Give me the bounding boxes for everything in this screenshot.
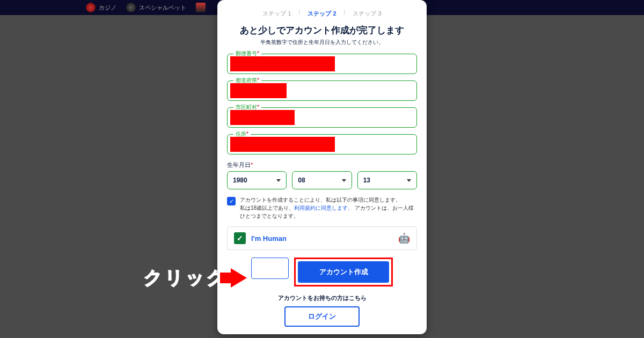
button-row: アカウント作成 bbox=[227, 258, 417, 286]
captcha-widget[interactable]: ✓ I'm Human 🤖 bbox=[227, 226, 417, 250]
redaction-block bbox=[230, 137, 335, 152]
terms-link[interactable]: 利用規約に同意します。 bbox=[294, 205, 353, 211]
consent-block: ✓ アカウントを作成することにより、私は以下の事項に同意します。 私は18歳以上… bbox=[227, 196, 417, 220]
step-1[interactable]: ステップ 1 bbox=[258, 9, 295, 19]
nav-label: カジノ bbox=[99, 4, 116, 12]
redaction-block bbox=[230, 110, 295, 125]
dob-month-value: 08 bbox=[298, 177, 305, 184]
step-3[interactable]: ステップ 3 bbox=[348, 9, 385, 19]
casino-icon bbox=[86, 3, 96, 12]
login-button[interactable]: ログイン bbox=[284, 306, 360, 327]
chevron-down-icon bbox=[407, 179, 411, 182]
signup-modal: ステップ 1 | ステップ 2 | ステップ 3 あと少しでアカウント作成が完了… bbox=[217, 0, 427, 334]
chevron-down-icon bbox=[342, 179, 346, 182]
already-have-account: アカウントをお持ちの方はこちら bbox=[227, 294, 417, 302]
nav-label: スペシャルベット bbox=[139, 4, 186, 12]
city-field-wrap: 市区町村* bbox=[227, 107, 417, 128]
callout-text: クリック bbox=[144, 266, 228, 290]
address-field-wrap: 住所* bbox=[227, 134, 417, 155]
postal-field-wrap: 郵便番号* bbox=[227, 54, 417, 74]
nav-item-third[interactable] bbox=[196, 3, 206, 12]
arrow-right-icon bbox=[231, 268, 247, 288]
special-icon bbox=[126, 3, 136, 12]
third-icon bbox=[196, 3, 206, 12]
dob-label: 生年月日* bbox=[227, 161, 417, 169]
redaction-block bbox=[230, 83, 287, 98]
step-indicator: ステップ 1 | ステップ 2 | ステップ 3 bbox=[227, 9, 417, 19]
step-2[interactable]: ステップ 2 bbox=[303, 9, 340, 19]
highlight-annotation: アカウント作成 bbox=[294, 258, 393, 286]
captcha-text: I'm Human bbox=[251, 234, 287, 243]
dob-day-select[interactable]: 13 bbox=[357, 171, 417, 189]
click-callout: クリック bbox=[144, 266, 247, 290]
captcha-art-icon: 🤖 bbox=[398, 232, 410, 244]
page-subtitle: 半角英数字で住所と生年月日を入力してください。 bbox=[227, 39, 417, 46]
step-separator: | bbox=[299, 9, 301, 19]
dob-day-value: 13 bbox=[363, 177, 370, 184]
consent-checkbox[interactable]: ✓ bbox=[227, 197, 236, 205]
step-separator: | bbox=[344, 9, 346, 19]
prefecture-field-wrap: 都道府県* bbox=[227, 80, 417, 101]
redaction-block bbox=[230, 56, 335, 71]
dob-year-select[interactable]: 1980 bbox=[227, 171, 287, 189]
nav-item-casino[interactable]: カジノ bbox=[86, 3, 116, 12]
nav-item-special[interactable]: スペシャルベット bbox=[126, 3, 186, 12]
page-title: あと少しでアカウント作成が完了します bbox=[227, 24, 417, 36]
dob-year-value: 1980 bbox=[233, 177, 247, 184]
captcha-check-icon: ✓ bbox=[234, 232, 246, 244]
dob-row: 1980 08 13 bbox=[227, 171, 417, 189]
chevron-down-icon bbox=[276, 179, 281, 182]
create-account-button[interactable]: アカウント作成 bbox=[298, 261, 389, 283]
dob-month-select[interactable]: 08 bbox=[292, 171, 352, 189]
consent-text: アカウントを作成することにより、私は以下の事項に同意します。 私は18歳以上であ… bbox=[240, 196, 417, 220]
back-button[interactable] bbox=[251, 258, 289, 279]
